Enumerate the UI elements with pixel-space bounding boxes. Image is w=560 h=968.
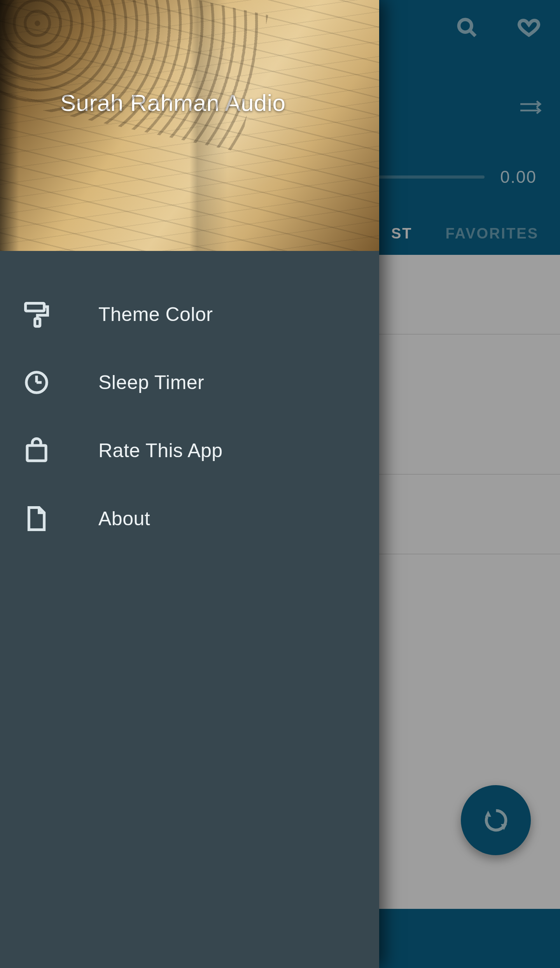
svg-rect-11	[27, 445, 46, 460]
shopping-bag-icon	[21, 435, 52, 466]
paint-roller-icon	[21, 299, 52, 330]
drawer-title: Surah Rahman Audio	[60, 89, 285, 116]
menu-label: Rate This App	[98, 439, 223, 462]
file-icon	[21, 503, 52, 534]
menu-item-theme-color[interactable]: Theme Color	[0, 280, 379, 348]
menu-item-about[interactable]: About	[0, 484, 379, 552]
menu-label: About	[98, 507, 150, 530]
menu-item-sleep-timer[interactable]: Sleep Timer	[0, 348, 379, 416]
menu-label: Theme Color	[98, 303, 213, 326]
drawer-header: Surah Rahman Audio	[0, 0, 379, 251]
navigation-drawer: Surah Rahman Audio Theme Color Sleep Tim…	[0, 0, 379, 968]
drawer-menu: Theme Color Sleep Timer Rate This App Ab…	[0, 251, 379, 552]
svg-rect-6	[26, 303, 44, 311]
menu-item-rate-app[interactable]: Rate This App	[0, 416, 379, 484]
clock-icon	[21, 367, 52, 398]
menu-label: Sleep Timer	[98, 371, 204, 394]
svg-rect-7	[35, 318, 40, 326]
